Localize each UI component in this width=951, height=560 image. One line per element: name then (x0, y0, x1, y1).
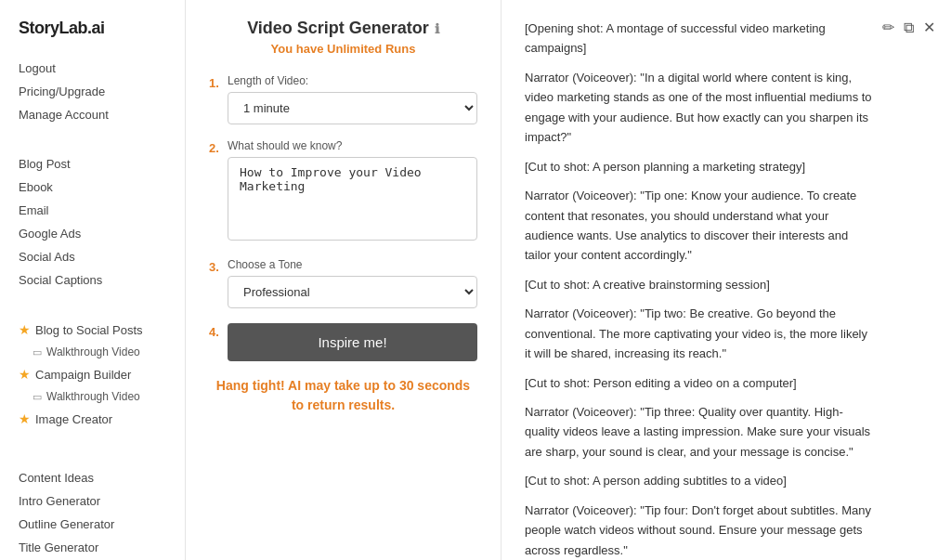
info-icon[interactable]: ℹ (435, 21, 439, 36)
video-length-select[interactable]: 1 minute 30 seconds 2 minutes 3 minutes … (228, 92, 477, 124)
edit-button[interactable]: ✏ (880, 17, 896, 38)
output-line: Narrator (Voiceover): "Tip four: Don't f… (525, 501, 872, 560)
topic-textarea[interactable]: How to Improve your Video Marketing (228, 157, 477, 241)
output-line: [Cut to shot: A person planning a market… (525, 157, 872, 176)
close-button[interactable]: ✕ (921, 17, 937, 38)
output-line: [Opening shot: A montage of successful v… (525, 19, 872, 59)
star-icon-1: ★ (19, 322, 31, 337)
output-line: Narrator (Voiceover): "Tip two: Be creat… (525, 304, 872, 363)
sidebar-item-image-creator[interactable]: ★ Image Creator (19, 407, 166, 431)
step-number-3: 3. (209, 260, 228, 274)
output-line: Narrator (Voiceover): "In a digital worl… (525, 68, 872, 148)
step-3-label: Choose a Tone (228, 258, 477, 271)
sidebar-item-intro-generator[interactable]: Intro Generator (19, 489, 166, 513)
form-step-4: 4. Inspire me! (209, 323, 477, 361)
output-actions: ✏ ⧉ ✕ (880, 17, 937, 38)
sidebar-logo: StoryLab.ai (0, 19, 185, 57)
sidebar-item-email[interactable]: Email (19, 199, 166, 222)
sidebar-item-outline-generator[interactable]: Outline Generator (19, 513, 166, 536)
step-1-label: Length of Video: (228, 74, 477, 87)
sidebar: StoryLab.ai Logout Pricing/Upgrade Manag… (0, 0, 186, 560)
step-2-content: What should we know? How to Improve your… (228, 139, 477, 243)
sidebar-item-campaign-builder[interactable]: ★ Campaign Builder (19, 362, 166, 386)
output-line: [Cut to shot: Person editing a video on … (525, 373, 872, 393)
output-line: [Cut to shot: A person adding subtitles … (525, 471, 872, 490)
page-subtitle: You have Unlimited Runs (209, 42, 477, 56)
output-line: Narrator (Voiceover): "Tip one: Know you… (525, 186, 872, 266)
bottom-nav-group: Content Ideas Intro Generator Outline Ge… (0, 466, 185, 560)
step-4-content: Inspire me! (228, 323, 477, 361)
step-1-content: Length of Video: 1 minute 30 seconds 2 m… (228, 74, 477, 124)
star-icon-3: ★ (19, 411, 31, 426)
form-step-2: 2. What should we know? How to Improve y… (209, 139, 477, 243)
main-content: Video Script Generator ℹ You have Unlimi… (186, 0, 951, 560)
star-icon-2: ★ (19, 367, 31, 382)
output-line: Narrator (Voiceover): "Tip three: Qualit… (525, 402, 872, 462)
sidebar-item-content-ideas[interactable]: Content Ideas (19, 466, 166, 489)
sidebar-sub-walkthrough-2[interactable]: ▭ Walkthrough Video (19, 386, 166, 407)
tone-select[interactable]: Professional Casual Humorous Inspiration… (228, 276, 477, 308)
page-title: Video Script Generator ℹ (209, 19, 477, 38)
video-icon-1: ▭ (33, 346, 42, 358)
video-icon-2: ▭ (33, 391, 42, 403)
sidebar-sub-walkthrough-1[interactable]: ▭ Walkthrough Video (19, 342, 166, 362)
output-panel: ✏ ⧉ ✕ [Opening shot: A montage of succes… (502, 0, 951, 560)
sidebar-item-social-captions[interactable]: Social Captions (19, 268, 166, 292)
tools-group: Blog Post Ebook Email Google Ads Social … (0, 152, 185, 292)
sidebar-item-ebook[interactable]: Ebook (19, 176, 166, 199)
sidebar-item-blog-post[interactable]: Blog Post (19, 152, 166, 176)
top-nav-group: Logout Pricing/Upgrade Manage Account (0, 57, 185, 126)
sidebar-item-pricing[interactable]: Pricing/Upgrade (19, 80, 166, 103)
sidebar-item-manage-account[interactable]: Manage Account (19, 103, 166, 126)
output-line: [Cut to shot: A creative brainstorming s… (525, 275, 872, 294)
sidebar-item-logout[interactable]: Logout (19, 57, 166, 80)
sidebar-item-google-ads[interactable]: Google Ads (19, 222, 166, 245)
sidebar-item-social-ads[interactable]: Social Ads (19, 245, 166, 268)
form-panel: Video Script Generator ℹ You have Unlimi… (186, 0, 502, 560)
step-number-4: 4. (209, 325, 228, 339)
form-step-3: 3. Choose a Tone Professional Casual Hum… (209, 258, 477, 308)
sidebar-item-title-generator[interactable]: Title Generator (19, 536, 166, 559)
starred-group: ★ Blog to Social Posts ▭ Walkthrough Vid… (0, 318, 185, 431)
loading-text: Hang tight! AI may take up to 30 seconds… (209, 376, 477, 415)
form-step-1: 1. Length of Video: 1 minute 30 seconds … (209, 74, 477, 124)
step-number-1: 1. (209, 76, 228, 90)
step-number-2: 2. (209, 141, 228, 155)
inspire-button[interactable]: Inspire me! (228, 323, 477, 361)
copy-button[interactable]: ⧉ (902, 17, 916, 38)
step-2-label: What should we know? (228, 139, 477, 152)
step-3-content: Choose a Tone Professional Casual Humoro… (228, 258, 477, 308)
sidebar-item-blog-to-social[interactable]: ★ Blog to Social Posts (19, 318, 166, 342)
output-text: [Opening shot: A montage of successful v… (525, 19, 928, 560)
